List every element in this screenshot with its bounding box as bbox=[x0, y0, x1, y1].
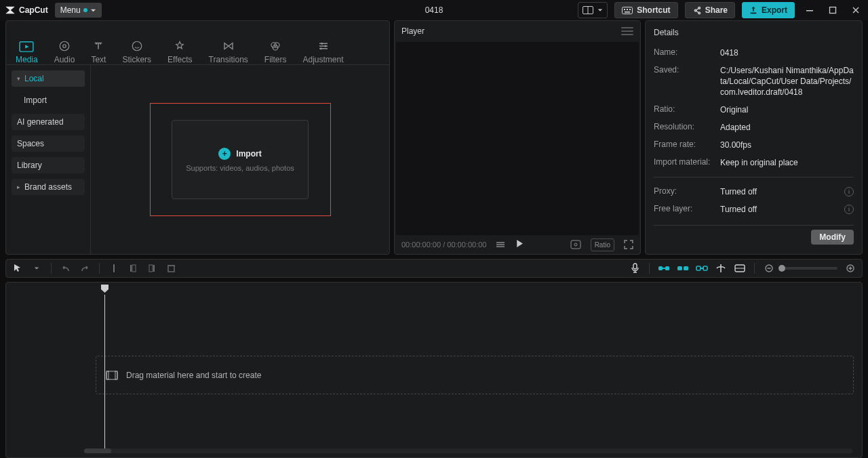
sidebar-item-brand-assets[interactable]: ▸ Brand assets bbox=[12, 179, 85, 195]
redo-button[interactable] bbox=[79, 262, 91, 274]
zoom-out-icon bbox=[765, 264, 773, 272]
timeline-dropzone[interactable]: Drag material here and start to create bbox=[96, 356, 854, 394]
sidebar-item-import[interactable]: Import bbox=[12, 92, 85, 108]
svg-point-10 bbox=[60, 41, 69, 51]
timeline-scrollbar[interactable] bbox=[84, 449, 852, 453]
cursor-tool[interactable] bbox=[12, 262, 24, 274]
player-menu-button[interactable] bbox=[621, 27, 633, 35]
app-brand-text: CapCut bbox=[19, 5, 48, 15]
caret-down-icon: ▾ bbox=[17, 75, 20, 82]
tab-transitions[interactable]: Transitions bbox=[202, 25, 255, 64]
sidebar-label: Import bbox=[24, 96, 47, 105]
details-v: Adapted bbox=[720, 122, 854, 133]
safezone-icon[interactable] bbox=[570, 240, 581, 249]
tab-label: Text bbox=[91, 55, 106, 64]
zoom-slider-thumb[interactable] bbox=[778, 265, 785, 272]
ratio-button[interactable]: Ratio bbox=[591, 238, 614, 251]
svg-rect-25 bbox=[149, 265, 153, 272]
tab-text[interactable]: Text bbox=[84, 25, 113, 64]
sidebar-item-local[interactable]: ▾ Local bbox=[12, 70, 85, 87]
sidebar-item-ai-generated[interactable]: AI generated bbox=[12, 114, 85, 130]
layout-button[interactable] bbox=[578, 2, 608, 18]
details-k: Proxy: bbox=[654, 186, 713, 197]
info-icon[interactable]: i bbox=[844, 187, 854, 196]
player-time-total: 00:00:00:00 bbox=[447, 241, 486, 249]
tab-label: Adjustment bbox=[302, 55, 343, 64]
zoom-out[interactable] bbox=[763, 262, 775, 274]
window-maximize-button[interactable] bbox=[825, 2, 841, 18]
microphone-icon bbox=[631, 263, 639, 274]
svg-rect-24 bbox=[153, 265, 155, 272]
share-button[interactable]: Share bbox=[685, 2, 735, 18]
shortcut-button[interactable]: Shortcut bbox=[614, 2, 677, 18]
sidebar-label: Local bbox=[24, 74, 44, 83]
tab-audio[interactable]: Audio bbox=[47, 25, 82, 64]
svg-rect-8 bbox=[830, 7, 836, 14]
info-icon[interactable]: i bbox=[844, 205, 854, 214]
svg-rect-2 bbox=[623, 7, 633, 14]
timeline-panel: Drag material here and start to create bbox=[5, 282, 863, 458]
details-row-ratio: Ratio:Original bbox=[654, 101, 854, 119]
svg-rect-3 bbox=[624, 9, 625, 10]
timeline-scrollbar-thumb[interactable] bbox=[84, 449, 111, 453]
app-logo: CapCut bbox=[4, 4, 48, 16]
linkage-toggle[interactable] bbox=[696, 262, 708, 274]
fullscreen-icon[interactable] bbox=[624, 240, 633, 249]
stickers-icon bbox=[130, 40, 144, 52]
zoom-in[interactable] bbox=[844, 262, 856, 274]
play-button[interactable] bbox=[515, 239, 524, 250]
cursor-dropdown[interactable] bbox=[31, 262, 43, 274]
sidebar-item-spaces[interactable]: Spaces bbox=[12, 136, 85, 152]
svg-rect-28 bbox=[658, 266, 663, 270]
record-voiceover[interactable] bbox=[629, 262, 641, 274]
tab-media[interactable]: Media bbox=[9, 25, 45, 64]
export-button[interactable]: Export bbox=[742, 2, 795, 18]
separator bbox=[99, 263, 100, 274]
svg-point-11 bbox=[63, 45, 66, 48]
undo-button[interactable] bbox=[60, 262, 72, 274]
preview-axis[interactable] bbox=[715, 262, 727, 274]
tab-label: Transitions bbox=[209, 55, 248, 64]
modify-button[interactable]: Modify bbox=[811, 230, 854, 245]
play-icon bbox=[515, 239, 524, 248]
keyboard-icon bbox=[622, 7, 633, 14]
tab-filters[interactable]: Filters bbox=[258, 25, 294, 64]
timeline-ruler[interactable] bbox=[96, 283, 862, 296]
auto-snap[interactable] bbox=[677, 262, 689, 274]
details-row-proxy: Proxy: Turned off i bbox=[654, 183, 854, 201]
tab-label: Audio bbox=[54, 55, 75, 64]
redo-icon bbox=[80, 264, 90, 273]
delete-button[interactable] bbox=[165, 262, 177, 274]
ratio-label: Ratio bbox=[595, 241, 610, 249]
track-preview[interactable] bbox=[734, 262, 746, 274]
details-row-framerate: Frame rate:30.00fps bbox=[654, 136, 854, 154]
trim-left-button[interactable] bbox=[127, 262, 139, 274]
tab-stickers[interactable]: Stickers bbox=[115, 25, 158, 64]
svg-rect-36 bbox=[735, 265, 745, 272]
separator bbox=[51, 263, 52, 274]
player-canvas[interactable] bbox=[396, 42, 639, 235]
window-minimize-button[interactable] bbox=[802, 2, 818, 18]
maximize-icon bbox=[829, 6, 837, 14]
playhead-handle[interactable] bbox=[101, 285, 108, 293]
tab-effects[interactable]: Effects bbox=[161, 25, 199, 64]
tab-adjustment[interactable]: Adjustment bbox=[296, 25, 350, 64]
window-close-button[interactable] bbox=[848, 2, 864, 18]
magnet-main-track[interactable] bbox=[658, 262, 670, 274]
split-button[interactable] bbox=[108, 262, 120, 274]
media-import-area: + Import Supports: videos, audios, photo… bbox=[91, 65, 389, 254]
svg-rect-29 bbox=[665, 266, 669, 270]
trim-right-button[interactable] bbox=[146, 262, 158, 274]
sidebar-item-library[interactable]: Library bbox=[12, 157, 85, 173]
import-dropzone[interactable]: + Import Supports: videos, audios, photo… bbox=[172, 120, 309, 199]
zoom-slider[interactable] bbox=[782, 267, 837, 270]
details-v: 30.00fps bbox=[720, 140, 854, 150]
svg-rect-4 bbox=[627, 9, 628, 10]
menu-label: Menu bbox=[60, 5, 81, 15]
player-footer: 00:00:00:00 / 00:00:00:00 Ratio bbox=[395, 235, 640, 254]
tab-label: Media bbox=[16, 55, 38, 64]
capcut-logo-icon bbox=[4, 4, 16, 16]
svg-rect-6 bbox=[625, 12, 630, 13]
player-options-icon[interactable] bbox=[496, 241, 505, 249]
menu-button[interactable]: Menu bbox=[55, 3, 102, 18]
